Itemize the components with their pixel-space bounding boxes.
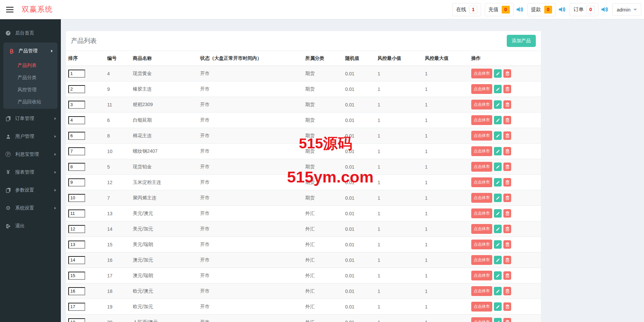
sidebar-item-system-settings[interactable]: ⚙ 系统设置 — [0, 199, 61, 217]
edit-button[interactable] — [494, 318, 502, 322]
product-name: 白银延期 — [133, 117, 152, 123]
sort-order-input[interactable] — [68, 132, 85, 140]
sort-order-input[interactable] — [68, 194, 85, 202]
edit-button[interactable] — [494, 194, 502, 202]
edit-button[interactable] — [494, 85, 502, 93]
sidebar-item-user-management[interactable]: 用户管理 — [0, 127, 61, 145]
delete-button[interactable] — [503, 100, 511, 109]
close-market-button[interactable]: 点击休市 — [471, 131, 492, 141]
sort-order-input[interactable] — [68, 303, 85, 311]
sort-order-input[interactable] — [68, 272, 85, 280]
sidebar-item-parameter-settings[interactable]: 参数设置 — [0, 181, 61, 199]
close-market-button[interactable]: 点击休市 — [471, 224, 492, 234]
risk-max-value: 1 — [425, 86, 428, 92]
delete-button[interactable] — [503, 69, 511, 78]
close-market-button[interactable]: 点击休市 — [471, 193, 492, 203]
sort-order-input[interactable] — [68, 147, 85, 155]
col-status: 状态（大盘正常开市时间内） — [198, 51, 303, 66]
close-market-button[interactable]: 点击休市 — [471, 286, 492, 296]
delete-button[interactable] — [503, 85, 511, 93]
delete-button[interactable] — [503, 256, 511, 264]
sort-order-input[interactable] — [68, 70, 85, 78]
sort-order-input[interactable] — [68, 318, 85, 322]
pencil-icon — [496, 134, 500, 138]
chevron-right-icon — [54, 153, 56, 156]
sort-order-input[interactable] — [68, 209, 85, 218]
menu-toggle-icon[interactable] — [6, 7, 14, 13]
sort-order-input[interactable] — [68, 116, 85, 124]
delete-button[interactable] — [503, 271, 511, 280]
close-market-button[interactable]: 点击休市 — [471, 115, 492, 125]
edit-button[interactable] — [494, 100, 502, 109]
sort-order-input[interactable] — [68, 256, 85, 264]
delete-button[interactable] — [503, 116, 511, 124]
pencil-icon — [496, 243, 500, 247]
edit-button[interactable] — [494, 209, 502, 218]
product-name: 棉花主连 — [133, 133, 152, 138]
sort-order-input[interactable] — [68, 225, 85, 233]
sidebar-item-logout[interactable]: 退出 — [0, 217, 61, 235]
recharge-sound-icon[interactable] — [516, 6, 524, 13]
close-market-button[interactable]: 点击休市 — [471, 177, 492, 187]
delete-button[interactable] — [503, 287, 511, 295]
delete-button[interactable] — [503, 318, 511, 322]
edit-button[interactable] — [494, 178, 502, 187]
sidebar-item-risk-management[interactable]: 风控管理 — [3, 84, 57, 96]
close-market-button[interactable]: 点击休市 — [471, 240, 492, 249]
pencil-icon — [496, 258, 500, 262]
delete-button[interactable] — [503, 225, 511, 233]
close-market-button[interactable]: 点击休市 — [471, 208, 492, 218]
sidebar-item-label: 后台首页 — [15, 30, 34, 36]
add-product-button[interactable]: 添加产品 — [507, 35, 536, 47]
edit-button[interactable] — [494, 271, 502, 280]
edit-button[interactable] — [494, 131, 502, 140]
sidebar-item-product-category[interactable]: 产品分类 — [3, 72, 57, 84]
delete-button[interactable] — [503, 131, 511, 140]
edit-button[interactable] — [494, 163, 502, 171]
edit-button[interactable] — [494, 225, 502, 233]
edit-button[interactable] — [494, 116, 502, 124]
close-market-button[interactable]: 点击休市 — [471, 146, 492, 156]
delete-button[interactable] — [503, 302, 511, 311]
edit-button[interactable] — [494, 256, 502, 264]
delete-button[interactable] — [503, 209, 511, 218]
withdraw-sound-icon[interactable] — [558, 6, 566, 13]
sort-order-input[interactable] — [68, 85, 85, 93]
delete-button[interactable] — [503, 240, 511, 249]
edit-button[interactable] — [494, 302, 502, 311]
edit-button[interactable] — [494, 69, 502, 78]
delete-button[interactable] — [503, 163, 511, 171]
sort-order-input[interactable] — [68, 163, 85, 171]
sidebar-item-product-management[interactable]: 产品管理 — [3, 43, 57, 59]
sidebar-item-product-list[interactable]: 产品列表 — [3, 59, 57, 72]
category-text: 期货 — [305, 71, 315, 76]
delete-button[interactable] — [503, 194, 511, 202]
close-market-button[interactable]: 点击休市 — [471, 317, 492, 322]
delete-button[interactable] — [503, 178, 511, 187]
sort-order-input[interactable] — [68, 287, 85, 295]
sidebar-item-product-recycle-bin[interactable]: 产品回收站 — [3, 96, 57, 108]
sidebar-item-order-management[interactable]: 订单管理 — [0, 109, 61, 127]
sidebar-item-report-management[interactable]: ¥ 报表管理 — [0, 163, 61, 181]
close-market-button[interactable]: 点击休市 — [471, 100, 492, 109]
sidebar-item-interest-management[interactable]: Ⓟ 利息宝管理 — [0, 145, 61, 163]
order-sound-icon[interactable] — [601, 6, 609, 13]
close-market-button[interactable]: 点击休市 — [471, 162, 492, 172]
close-market-button[interactable]: 点击休市 — [471, 69, 492, 78]
close-market-button[interactable]: 点击休市 — [471, 271, 492, 280]
sort-order-input[interactable] — [68, 241, 85, 249]
close-market-button[interactable]: 点击休市 — [471, 84, 492, 94]
edit-button[interactable] — [494, 287, 502, 295]
status-text: 开市 — [200, 242, 210, 247]
sidebar-item-dashboard[interactable]: 后台首页 — [0, 24, 61, 42]
sort-order-input[interactable] — [68, 178, 85, 187]
close-market-button[interactable]: 点击休市 — [471, 302, 492, 312]
user-menu[interactable]: admin — [612, 3, 641, 16]
delete-button[interactable] — [503, 147, 511, 155]
sort-order-input[interactable] — [68, 101, 85, 109]
edit-button[interactable] — [494, 240, 502, 249]
edit-button[interactable] — [494, 147, 502, 155]
close-market-button[interactable]: 点击休市 — [471, 255, 492, 265]
risk-min-value: 1 — [378, 102, 380, 107]
risk-max-value: 1 — [425, 273, 428, 278]
